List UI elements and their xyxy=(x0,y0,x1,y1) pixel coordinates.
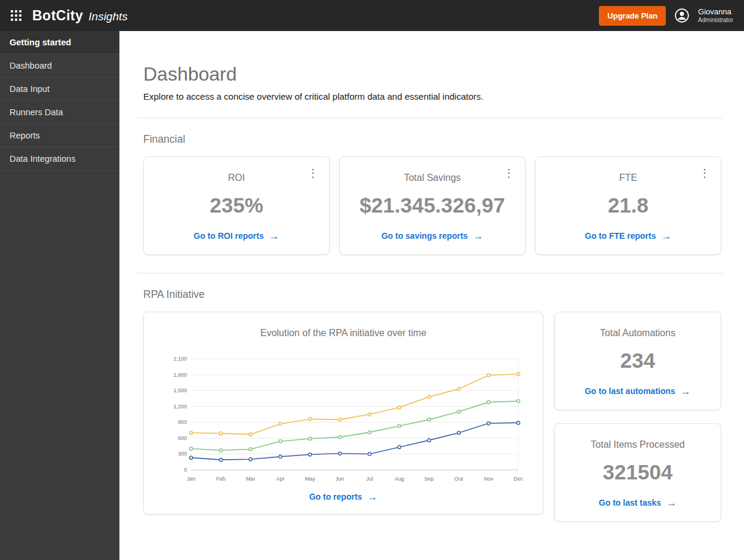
svg-text:Jan: Jan xyxy=(187,476,196,482)
main-content: Dashboard Explore to access a concise ov… xyxy=(119,31,744,560)
rpa-side-cards: Total Automations 234 Go to last automat… xyxy=(554,312,721,522)
svg-text:Nov: Nov xyxy=(484,476,494,482)
svg-text:Aug: Aug xyxy=(395,476,404,482)
svg-text:1,500: 1,500 xyxy=(173,387,187,393)
user-name: Giovanna xyxy=(698,7,733,17)
sidebar-item-dashboard[interactable]: Dashboard xyxy=(0,54,119,78)
sidebar-item-data-input[interactable]: Data Input xyxy=(0,78,119,101)
rpa-row: Evolution of the RPA initiative over tim… xyxy=(143,312,723,522)
svg-text:2,100: 2,100 xyxy=(173,356,187,362)
roi-card: ⋮ ROI 235% Go to ROI reports→ xyxy=(143,156,330,255)
svg-text:Out: Out xyxy=(454,476,463,482)
arrow-right-icon: → xyxy=(681,386,691,396)
svg-text:Jun: Jun xyxy=(336,476,345,482)
link-label: Go to last automations xyxy=(585,386,675,396)
link-label: Go to FTE reports xyxy=(585,231,656,241)
upgrade-plan-button[interactable]: Upgrade Plan xyxy=(599,6,666,26)
savings-reports-link[interactable]: Go to savings reports→ xyxy=(382,231,484,241)
link-label: Go to savings reports xyxy=(382,231,468,241)
svg-text:Apr: Apr xyxy=(276,476,284,482)
sidebar-item-runners-data[interactable]: Runners Data xyxy=(0,101,119,124)
link-label: Go to last tasks xyxy=(599,498,661,507)
svg-text:May: May xyxy=(305,476,316,482)
rpa-chart-card: Evolution of the RPA initiative over tim… xyxy=(143,312,543,515)
card-title: ROI xyxy=(153,173,319,183)
svg-text:Jul: Jul xyxy=(366,476,373,482)
divider xyxy=(137,118,723,118)
brand-suffix: Insights xyxy=(88,10,127,23)
arrow-right-icon: → xyxy=(367,492,377,502)
arrow-right-icon: → xyxy=(666,498,677,508)
svg-text:300: 300 xyxy=(178,451,187,457)
total-items-processed-card: Total Items Processed 321504 Go to last … xyxy=(554,423,721,522)
rpa-heading: RPA Initiative xyxy=(143,288,723,301)
rpa-evolution-line-chart: 03006009001,2001,5001,8002,100JanFebMarA… xyxy=(161,353,525,485)
more-options-icon[interactable]: ⋮ xyxy=(697,167,712,180)
arrow-right-icon: → xyxy=(662,231,672,241)
total-savings-card: ⋮ Total Savings $21.345.326,97 Go to sav… xyxy=(339,156,525,255)
topbar: BotCity Insights Upgrade Plan Giovanna A… xyxy=(0,0,744,31)
link-label: Go to ROI reports xyxy=(193,231,263,241)
card-title: Total Savings xyxy=(349,173,515,183)
arrow-right-icon: → xyxy=(473,231,483,241)
financial-heading: Financial xyxy=(143,133,723,146)
fte-card: ⋮ FTE 21.8 Go to FTE reports→ xyxy=(535,156,721,255)
sidebar-item-data-integrations[interactable]: Data Integrations xyxy=(0,147,119,171)
svg-text:1,800: 1,800 xyxy=(173,372,187,378)
card-value: 235% xyxy=(153,193,319,217)
svg-text:0: 0 xyxy=(184,467,187,473)
page-subtitle: Explore to access a concise overview of … xyxy=(143,91,723,101)
user-role: Administrator xyxy=(698,17,733,24)
fte-reports-link[interactable]: Go to FTE reports→ xyxy=(585,231,672,241)
card-value: $21.345.326,97 xyxy=(349,193,515,217)
card-title: FTE xyxy=(545,173,711,183)
arrow-right-icon: → xyxy=(269,231,279,241)
card-value: 234 xyxy=(563,349,712,373)
more-options-icon[interactable]: ⋮ xyxy=(305,167,321,180)
sidebar-item-getting-started[interactable]: Getting started xyxy=(0,31,119,54)
sidebar: Getting started Dashboard Data Input Run… xyxy=(0,31,119,560)
svg-text:Feb: Feb xyxy=(216,476,226,482)
svg-text:Sep: Sep xyxy=(425,476,434,482)
user-avatar-icon[interactable] xyxy=(674,8,690,23)
roi-reports-link[interactable]: Go to ROI reports→ xyxy=(193,231,279,241)
more-options-icon[interactable]: ⋮ xyxy=(501,167,517,180)
page-title: Dashboard xyxy=(143,63,723,85)
financial-cards-row: ⋮ ROI 235% Go to ROI reports→ ⋮ Total Sa… xyxy=(143,156,723,255)
last-automations-link[interactable]: Go to last automations→ xyxy=(585,386,691,396)
svg-text:1,200: 1,200 xyxy=(173,404,187,410)
sidebar-item-reports[interactable]: Reports xyxy=(0,124,119,147)
user-info[interactable]: Giovanna Administrator xyxy=(698,7,733,24)
chart-title: Evolution of the RPA initiative over tim… xyxy=(150,328,537,339)
last-tasks-link[interactable]: Go to last tasks→ xyxy=(599,498,677,508)
card-value: 321504 xyxy=(563,460,712,484)
svg-text:900: 900 xyxy=(178,419,187,425)
svg-text:600: 600 xyxy=(178,435,187,441)
card-value: 21.8 xyxy=(545,193,711,217)
card-title: Total Items Processed xyxy=(563,439,712,450)
svg-text:Dec: Dec xyxy=(514,476,524,482)
apps-grid-icon[interactable] xyxy=(8,8,24,23)
total-automations-card: Total Automations 234 Go to last automat… xyxy=(554,312,721,410)
brand-logo: BotCity Insights xyxy=(32,8,128,24)
svg-text:Mar: Mar xyxy=(246,476,256,482)
brand-name: BotCity xyxy=(32,8,83,24)
card-title: Total Automations xyxy=(563,328,712,339)
divider xyxy=(137,273,723,273)
chart-reports-link[interactable]: Go to reports→ xyxy=(309,492,378,502)
link-label: Go to reports xyxy=(309,492,362,501)
